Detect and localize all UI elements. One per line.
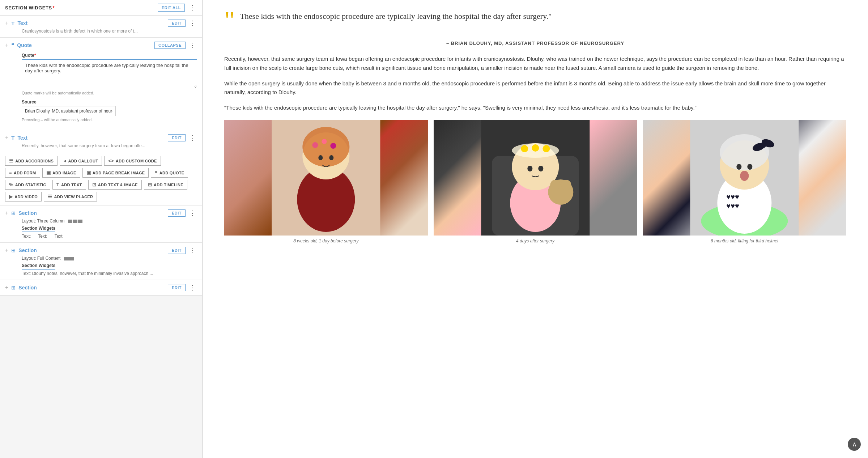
svg-point-18	[527, 166, 532, 171]
quote-hint: Quote marks will be automatically added.	[22, 91, 197, 95]
svg-point-19	[538, 166, 543, 171]
timeline-icon: ⊟	[148, 182, 152, 187]
edit-section-1-button[interactable]: EDIT	[168, 209, 186, 217]
article-body: Recently, however, that same surgery tea…	[224, 55, 846, 113]
required-star: *	[53, 5, 55, 10]
image-col-2: 4 days after surgery	[434, 120, 637, 243]
svg-point-15	[521, 145, 528, 152]
add-text-button[interactable]: T ADD TEXT	[52, 180, 86, 190]
source-input[interactable]	[22, 106, 116, 116]
quote-textarea[interactable]: These kids with the endoscopic procedure…	[22, 59, 197, 88]
add-timeline-button[interactable]: ⊟ ADD TIMELINE	[144, 180, 187, 190]
section-3-menu-button[interactable]: ⋮	[188, 284, 197, 292]
form-icon: ≡	[9, 170, 12, 175]
drag-handle-quote[interactable]: +	[5, 42, 8, 48]
scroll-to-top-button[interactable]: ∧	[848, 438, 861, 451]
quote-field-label: Quote*	[22, 53, 197, 58]
quote-attribution: – BRIAN DLOUHY, MD, ASSISTANT PROFESSOR …	[224, 41, 846, 46]
section-widgets-menu-button[interactable]: ⋮	[188, 4, 197, 12]
add-form-button[interactable]: ≡ ADD FORM	[5, 168, 40, 178]
big-quote-mark: "	[224, 7, 235, 33]
statistic-icon: %	[9, 182, 13, 187]
edit-all-button[interactable]: EDIT ALL	[158, 4, 185, 12]
section-row-3: + ⊞ Section EDIT ⋮	[0, 280, 202, 296]
add-page-break-image-button[interactable]: ▣ ADD PAGE BREAK IMAGE	[82, 168, 149, 178]
svg-point-4	[302, 127, 349, 167]
image-baby3: ♥♥♥ ♥♥♥	[643, 120, 846, 236]
section-1-layout: Layout: Three Column	[22, 219, 197, 224]
accordions-icon: ☰	[9, 158, 13, 164]
svg-point-21	[550, 180, 560, 190]
svg-point-17	[542, 145, 550, 152]
svg-point-34	[748, 164, 753, 170]
paragraph-2: While the open surgery is usually done w…	[224, 79, 846, 97]
page-break-image-icon: ▣	[86, 170, 91, 175]
section-2-text-items: Text: Dlouhy notes, however, that the mi…	[22, 271, 197, 276]
edit-section-3-button[interactable]: EDIT	[168, 284, 186, 291]
view-placer-icon: ☰	[48, 194, 52, 199]
edit-text-2-button[interactable]: EDIT	[168, 134, 186, 141]
svg-point-22	[561, 180, 571, 190]
image-caption-3: 6 months old, fitting for third helmet	[711, 238, 778, 243]
quote-add-icon: ❝	[155, 170, 157, 175]
custom-code-icon: <>	[108, 158, 114, 164]
image-col-1: 8 weeks old, 1 day before surgery	[224, 120, 428, 243]
add-video-button[interactable]: ▶ ADD VIDEO	[5, 192, 42, 202]
add-text-image-button[interactable]: ⊡ ADD TEXT & IMAGE	[88, 180, 142, 190]
quote-display: " These kids with the endoscopic procedu…	[224, 11, 846, 33]
source-hint: Preceding – will be automatically added.	[22, 118, 197, 122]
image-baby2	[434, 120, 637, 236]
edit-text-1-button[interactable]: EDIT	[168, 20, 186, 27]
baby3-svg: ♥♥♥ ♥♥♥	[643, 120, 846, 236]
section-1-menu-button[interactable]: ⋮	[188, 209, 197, 217]
svg-text:♥♥♥: ♥♥♥	[727, 202, 740, 210]
image-baby1	[224, 120, 428, 236]
svg-point-6	[322, 139, 327, 144]
add-view-placer-button[interactable]: ☰ ADD VIEW PLACER	[44, 192, 97, 202]
edit-section-2-button[interactable]: EDIT	[168, 247, 186, 254]
image-icon: ▣	[46, 170, 51, 175]
section-1-add-icon[interactable]: +	[5, 210, 8, 216]
section-row-1: + ⊞ Section EDIT ⋮ Layout: Three Column …	[0, 205, 202, 243]
add-statistic-button[interactable]: % ADD STATISTIC	[5, 180, 50, 190]
quote-expanded-fields: Quote* These kids with the endoscopic pr…	[5, 53, 197, 122]
section-2-menu-button[interactable]: ⋮	[188, 246, 197, 254]
widget-title-text-1: Text	[18, 20, 165, 26]
svg-point-29	[720, 134, 769, 170]
section-row-2: + ⊞ Section EDIT ⋮ Layout: Full Content …	[0, 243, 202, 280]
text-1-menu-button[interactable]: ⋮	[188, 19, 197, 27]
image-caption-1: 8 weeks old, 1 day before surgery	[293, 238, 358, 243]
drag-handle-text-1[interactable]: +	[5, 20, 8, 26]
section-3-add-icon[interactable]: +	[5, 284, 8, 291]
add-custom-code-button[interactable]: <> ADD CUSTOM CODE	[104, 156, 161, 166]
text-image-icon: ⊡	[92, 182, 96, 187]
add-quote-button[interactable]: ❝ ADD QUOTE	[151, 168, 188, 178]
quote-menu-button[interactable]: ⋮	[188, 41, 197, 49]
add-image-button[interactable]: ▣ ADD IMAGE	[42, 168, 80, 178]
section-widgets-header: SECTION WIDGETS* EDIT ALL ⋮	[0, 0, 202, 16]
text-2-menu-button[interactable]: ⋮	[188, 134, 197, 142]
section-2-title: Section	[18, 247, 165, 253]
svg-point-5	[312, 142, 318, 148]
section-1-text-items: Text: Text: Text:	[22, 234, 197, 239]
section-2-box-icon: ⊞	[11, 247, 16, 253]
add-callout-button[interactable]: ◂ ADD CALLOUT	[60, 156, 102, 166]
text-add-icon: T	[56, 182, 59, 187]
drag-handle-text-2[interactable]: +	[5, 135, 8, 141]
collapse-quote-button[interactable]: COLLAPSE	[154, 42, 186, 49]
quote-icon: ❝	[11, 42, 14, 48]
baby2-svg	[434, 120, 637, 236]
scroll-top-icon: ∧	[852, 440, 857, 448]
svg-point-35	[740, 171, 749, 181]
image-col-3: ♥♥♥ ♥♥♥ 6 months old, fitting for third …	[643, 120, 846, 243]
text-1-preview: Craniosynostosis is a birth defect in wh…	[22, 29, 197, 34]
add-accordions-button[interactable]: ☰ ADD ACCORDIONS	[5, 156, 58, 166]
svg-point-33	[737, 164, 742, 170]
widget-title-text-2: Text	[18, 135, 165, 141]
section-2-widgets-label: Section Widgets	[22, 263, 55, 270]
text-2-preview: Recently, however, that same surgery tea…	[22, 143, 197, 148]
image-caption-2: 4 days after surgery	[516, 238, 554, 243]
svg-text:♥♥♥: ♥♥♥	[727, 193, 740, 201]
section-1-title: Section	[18, 210, 165, 216]
section-2-add-icon[interactable]: +	[5, 247, 8, 254]
